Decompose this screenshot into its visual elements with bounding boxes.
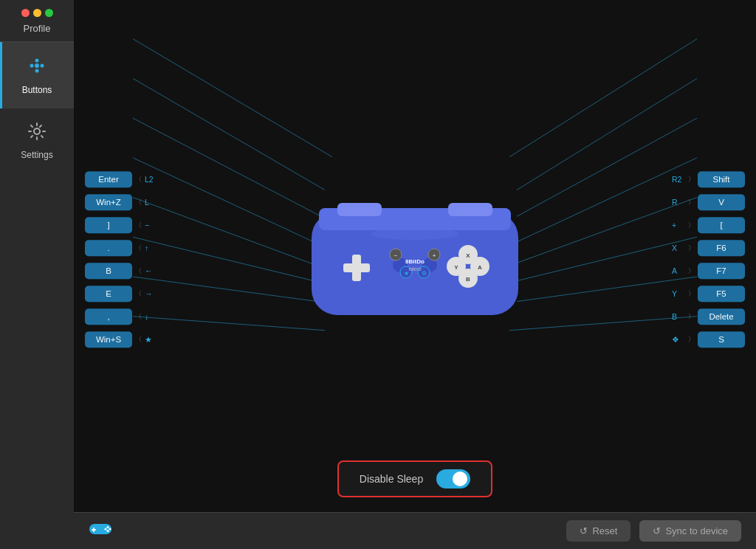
- disable-sleep-container: Disable Sleep: [337, 460, 492, 497]
- svg-line-9: [133, 158, 317, 244]
- svg-point-2: [41, 64, 44, 68]
- disable-sleep-toggle[interactable]: [436, 469, 470, 488]
- main-content: Enter 〈 L2 Win+Z 〈 L ] 〈 − . 〈 ↑: [74, 0, 756, 549]
- svg-point-5: [34, 128, 40, 134]
- svg-line-17: [513, 158, 697, 244]
- mapping-btn-shift[interactable]: Shift: [698, 171, 745, 187]
- disable-sleep-section: Disable Sleep: [74, 460, 756, 512]
- mapping-btn-bracket-l[interactable]: [: [698, 217, 745, 233]
- mapping-btn-f5[interactable]: F5: [698, 286, 745, 302]
- svg-text:⚙: ⚙: [422, 270, 427, 277]
- svg-line-8: [133, 118, 321, 216]
- svg-point-0: [35, 63, 39, 68]
- mapping-btn-enter[interactable]: Enter: [85, 171, 132, 187]
- mapping-btn-s[interactable]: S: [698, 331, 745, 348]
- right-mappings: Shift 〉 R2 V 〉 R [ 〉 + F6 〉 X: [672, 171, 745, 348]
- svg-point-29: [422, 258, 437, 272]
- mapping-row-right: E 〈 →: [85, 286, 158, 302]
- svg-point-53: [107, 526, 109, 528]
- svg-text:8BitDo: 8BitDo: [405, 258, 425, 265]
- svg-line-13: [133, 317, 325, 331]
- svg-point-40: [470, 257, 489, 276]
- svg-line-15: [517, 78, 697, 190]
- mapping-row-up: . 〈 ↑: [85, 240, 158, 256]
- svg-point-54: [107, 530, 109, 532]
- left-mappings: Enter 〈 L2 Win+Z 〈 L ] 〈 − . 〈 ↑: [85, 171, 158, 348]
- svg-point-38: [458, 245, 478, 264]
- svg-point-42: [447, 257, 466, 276]
- footer-bar: ↺ Reset ↺ Sync to device: [74, 512, 756, 549]
- mapping-row-left: B 〈 ←: [85, 263, 158, 279]
- svg-rect-24: [337, 203, 382, 216]
- mapping-btn-e[interactable]: E: [85, 286, 132, 302]
- svg-line-11: [133, 237, 314, 280]
- svg-rect-26: [352, 255, 361, 281]
- disable-sleep-label: Disable Sleep: [360, 473, 423, 485]
- close-icon[interactable]: [21, 9, 30, 17]
- svg-text:Y: Y: [454, 264, 458, 271]
- svg-rect-51: [92, 529, 96, 531]
- sync-label: Sync to device: [665, 525, 728, 536]
- svg-text:micro: micro: [408, 266, 421, 272]
- svg-point-52: [105, 528, 107, 531]
- mapping-row-plus: [ 〉 +: [672, 217, 745, 233]
- svg-line-18: [513, 198, 697, 265]
- svg-point-4: [35, 69, 39, 73]
- svg-line-14: [509, 39, 697, 157]
- sidebar: Profile Buttons Settings: [0, 0, 74, 549]
- svg-text:A: A: [478, 264, 482, 271]
- mapping-btn-bracket-r[interactable]: ]: [85, 217, 132, 233]
- svg-line-10: [133, 198, 314, 265]
- svg-text:★: ★: [404, 270, 409, 277]
- svg-line-6: [133, 39, 332, 157]
- mapping-row-x: F6 〉 X: [672, 240, 745, 256]
- mapping-row-minus: ] 〈 −: [85, 217, 158, 233]
- mapping-btn-comma[interactable]: ,: [85, 308, 132, 325]
- traffic-lights: [21, 9, 53, 17]
- svg-point-30: [390, 249, 402, 260]
- mapping-btn-wins[interactable]: Win+S: [85, 331, 132, 348]
- svg-rect-27: [343, 263, 370, 272]
- connector-lines: [74, 0, 756, 512]
- svg-point-55: [109, 528, 111, 531]
- sidebar-item-settings[interactable]: Settings: [0, 108, 74, 173]
- svg-point-48: [371, 228, 459, 240]
- svg-rect-23: [319, 208, 511, 230]
- svg-text:+: +: [433, 252, 436, 259]
- sync-button[interactable]: ↺ Sync to device: [639, 520, 741, 542]
- mapping-row-down: , 〈 ↓: [85, 308, 158, 325]
- mapping-row-r2: Shift 〉 R2: [672, 171, 745, 187]
- gamepad-footer-icon: [89, 521, 112, 541]
- maximize-icon[interactable]: [45, 9, 53, 17]
- svg-text:−: −: [394, 252, 398, 259]
- svg-point-32: [428, 249, 440, 260]
- svg-rect-25: [448, 203, 492, 216]
- minimize-icon[interactable]: [33, 9, 41, 17]
- sidebar-item-buttons[interactable]: Buttons: [0, 42, 74, 108]
- svg-point-34: [400, 266, 412, 278]
- mapping-row-star: Win+S 〈 ★: [85, 331, 158, 348]
- gamepad-svg: − + ★ ⚙ X A Y B 8BitDo micro: [297, 175, 533, 337]
- mapping-btn-f6[interactable]: F6: [698, 240, 745, 256]
- mapping-row-y: F5 〉 Y: [672, 286, 745, 302]
- profile-label: Profile: [24, 23, 51, 34]
- mapping-btn-delete[interactable]: Delete: [698, 308, 745, 325]
- mapping-btn-b-left[interactable]: B: [85, 263, 132, 279]
- mapping-row-r: V 〉 R: [672, 194, 745, 210]
- mapping-btn-winz[interactable]: Win+Z: [85, 194, 132, 210]
- mapping-row-l: Win+Z 〈 L: [85, 194, 158, 210]
- svg-line-7: [133, 78, 325, 190]
- svg-text:B: B: [466, 276, 470, 283]
- sync-icon: ↺: [653, 525, 661, 536]
- svg-line-12: [133, 277, 317, 302]
- mapping-btn-f7[interactable]: F7: [698, 263, 745, 279]
- mapping-btn-period[interactable]: .: [85, 240, 132, 256]
- svg-point-3: [35, 59, 39, 63]
- reset-button[interactable]: ↺ Reset: [566, 520, 630, 542]
- mapping-btn-v[interactable]: V: [698, 194, 745, 210]
- mapping-row-diamond: S 〉 ❖: [672, 331, 745, 348]
- mapping-row-l2: Enter 〈 L2: [85, 171, 158, 187]
- svg-text:X: X: [466, 252, 470, 259]
- svg-line-21: [509, 317, 697, 331]
- reset-label: Reset: [592, 525, 617, 536]
